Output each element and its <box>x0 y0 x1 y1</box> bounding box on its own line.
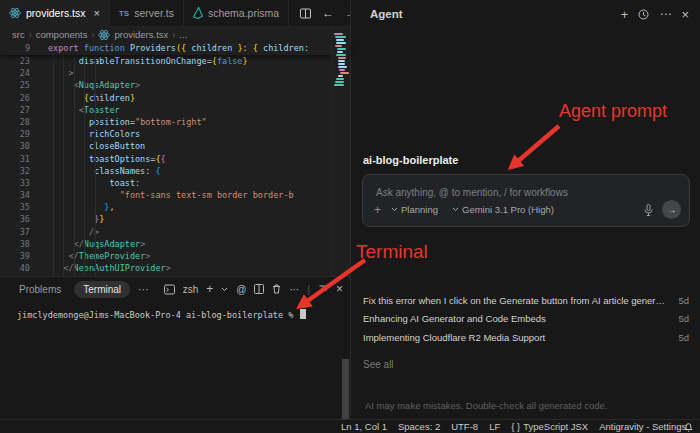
shell-label[interactable]: zsh <box>183 284 199 295</box>
minimap-mark <box>338 75 343 77</box>
minimap-mark <box>334 33 343 35</box>
editor-tab-bar: providers.tsx×TSserver.tsschema.prisma ←… <box>0 0 350 27</box>
history-item[interactable]: Enhancing AI Generator and Code Embeds5d <box>363 310 689 329</box>
history-item[interactable]: Implementing Cloudflare R2 Media Support… <box>363 328 689 347</box>
line-number: 27 <box>0 104 30 116</box>
notifications-bell-icon[interactable] <box>684 420 693 433</box>
statusbar-item[interactable]: LF <box>489 421 500 432</box>
code-token: children: <box>258 43 309 53</box>
split-editor-icon[interactable] <box>300 8 311 19</box>
line-number: 32 <box>0 165 30 177</box>
minimap-mark <box>335 81 344 83</box>
line-number: 38 <box>0 238 30 250</box>
statusbar-product-settings[interactable]: Antigravity - Settings <box>599 421 686 432</box>
indent-guide <box>63 55 64 276</box>
terminal-tabs-more-icon[interactable]: ⋯ <box>138 283 149 296</box>
see-all-link[interactable]: See all <box>363 359 394 370</box>
line-number: 26 <box>0 92 30 104</box>
line-number: 31 <box>0 153 30 165</box>
history-item[interactable]: Fix this error when I click on the Gener… <box>363 291 689 310</box>
terminal-tab-problems[interactable]: Problems <box>10 281 70 298</box>
line-number: 36 <box>0 213 30 225</box>
line-number: 30 <box>0 140 30 152</box>
code-token: { <box>48 93 89 103</box>
kill-terminal-trash-icon[interactable] <box>272 284 281 294</box>
code-token: function <box>84 43 130 53</box>
breadcrumb-item[interactable]: src <box>12 29 25 40</box>
statusbar-item[interactable]: Spaces: 2 <box>398 421 440 432</box>
minimap-mark <box>338 57 346 59</box>
sticky-scroll-line: 9 export function Providers({ children }… <box>0 42 350 55</box>
close-tab-icon[interactable]: × <box>94 8 100 19</box>
tab-server.ts[interactable]: TSserver.ts <box>110 0 184 26</box>
minimap-mark <box>335 36 346 38</box>
send-button[interactable]: → <box>662 200 681 219</box>
add-context-icon[interactable]: + <box>374 203 381 217</box>
indent-guide <box>84 55 85 276</box>
split-terminal-icon[interactable] <box>254 284 264 294</box>
breadcrumb-item[interactable]: providers.tsx <box>114 29 168 40</box>
session-title: ai-blog-boilerplate <box>363 154 458 166</box>
code-token: : <box>145 166 155 176</box>
toolbar-separator: | <box>307 284 310 295</box>
tab-label: server.ts <box>134 7 174 19</box>
close-agent-panel-icon[interactable]: × <box>681 7 689 22</box>
terminal-launch-chevron-icon[interactable] <box>221 287 228 292</box>
minimap-mark <box>336 42 346 44</box>
maximize-panel-icon[interactable] <box>318 285 328 294</box>
code-token: NuqsAdapter <box>79 80 135 90</box>
code-token: : <box>243 43 253 53</box>
code-editor[interactable]: 23 disableTransitionOnChange={false}24 >… <box>0 55 350 276</box>
tab-schema.prisma[interactable]: schema.prisma <box>184 0 289 26</box>
code-token: children <box>186 43 237 53</box>
minimap-mark <box>340 72 349 74</box>
code-token: , <box>109 202 114 212</box>
statusbar-item[interactable]: Ln 1, Col 1 <box>341 421 387 432</box>
prisma-file-icon <box>193 7 203 19</box>
agent-prompt-box[interactable]: Ask anything, @ to mention, / for workfl… <box>362 174 690 227</box>
breadcrumb-item[interactable]: components <box>36 29 88 40</box>
code-token: NuqsAdapter <box>84 239 140 249</box>
history-icon[interactable] <box>638 9 649 20</box>
terminal-more-icon[interactable]: ⋯ <box>289 284 299 295</box>
code-token: : <box>135 178 140 188</box>
tab-providers.tsx[interactable]: providers.tsx× <box>0 0 110 27</box>
model-selector[interactable]: Gemini 3.1 Pro (High) <box>452 204 554 215</box>
new-terminal-icon[interactable]: + <box>206 282 213 296</box>
statusbar-item[interactable]: UTF-8 <box>451 421 478 432</box>
line-code: toastOptions={{ <box>48 153 166 165</box>
terminal-panel: ProblemsTerminal ⋯ zsh + @ ⋯ | <box>0 276 350 419</box>
history-item-time: 5d <box>678 295 689 306</box>
line-number: 39 <box>0 250 30 262</box>
mode-selector[interactable]: Planning <box>391 204 438 215</box>
microphone-icon[interactable] <box>644 204 653 216</box>
minimap-mark <box>337 51 343 53</box>
agent-more-icon[interactable]: ⋯ <box>659 7 671 21</box>
breadcrumb-separator: › <box>172 30 175 40</box>
terminal-at-icon[interactable]: @ <box>236 284 246 295</box>
tab-label: schema.prisma <box>208 7 279 19</box>
history-item-label: Implementing Cloudflare R2 Media Support <box>363 332 668 343</box>
agent-input-placeholder[interactable]: Ask anything, @ to mention, / for workfl… <box>376 187 568 198</box>
minimap-mark <box>339 69 345 71</box>
terminal-output[interactable]: jimclydemonge@Jims-MacBook-Pro-4 ai-blog… <box>0 301 350 320</box>
minimap[interactable] <box>331 28 350 276</box>
terminal-scrollbar[interactable] <box>342 359 349 419</box>
breadcrumb-item[interactable]: ... <box>179 29 187 40</box>
line-code: position="bottom-right" <box>48 116 207 128</box>
sticky-line-code: export function Providers({ children }: … <box>48 42 309 55</box>
minimap-mark <box>336 54 346 56</box>
code-token: } <box>48 202 109 212</box>
code-token: position <box>48 117 130 127</box>
shell-zsh-icon <box>164 284 175 295</box>
statusbar-language[interactable]: { }TypeScript JSX <box>511 421 588 432</box>
navigate-back-icon[interactable]: ← <box>322 7 334 19</box>
code-token: { <box>161 154 166 164</box>
indent-guide <box>74 55 75 276</box>
new-conversation-icon[interactable]: + <box>621 7 629 22</box>
terminal-header: ProblemsTerminal ⋯ zsh + @ ⋯ | <box>0 277 350 301</box>
close-panel-icon[interactable]: × <box>336 282 343 296</box>
code-token: } <box>130 93 135 103</box>
terminal-tab-terminal[interactable]: Terminal <box>74 281 130 298</box>
breadcrumb[interactable]: src›components›providers.tsx›... <box>0 27 350 42</box>
